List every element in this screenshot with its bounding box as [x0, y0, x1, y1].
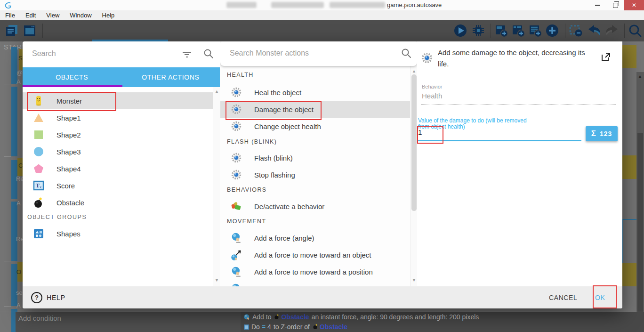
- delete-event-icon[interactable]: [569, 24, 583, 38]
- behavior-field-value[interactable]: Health: [422, 92, 442, 100]
- circle-icon: [33, 146, 44, 157]
- force-icon: [231, 283, 242, 286]
- restore-icon: [613, 3, 618, 8]
- scrollbar-thumb[interactable]: [637, 133, 643, 332]
- object-row-shape1[interactable]: Shape1: [23, 109, 213, 126]
- menu-edit[interactable]: Edit: [20, 12, 41, 19]
- close-button[interactable]: ✕: [624, 0, 644, 10]
- scroll-down-icon[interactable]: ▼: [411, 278, 417, 283]
- menu-view[interactable]: View: [41, 12, 64, 19]
- sigma-icon: Σ: [591, 129, 596, 138]
- tree-tick: [4, 261, 11, 261]
- event-color-bar: [11, 202, 17, 261]
- object-row-shapes-group[interactable]: Shapes: [23, 225, 213, 242]
- active-tab-underline: [23, 85, 122, 87]
- action-row-force-object[interactable]: Add a force to move toward an object: [220, 246, 411, 263]
- events-scrollbar[interactable]: ▲: [636, 72, 644, 332]
- action-row-stop-flashing[interactable]: Stop flashing: [220, 166, 411, 183]
- behavior-icon: [231, 201, 242, 212]
- bomb-icon: [313, 324, 318, 330]
- play-icon[interactable]: [453, 24, 467, 38]
- scroll-up-icon[interactable]: ▲: [411, 69, 417, 73]
- scroll-down-icon[interactable]: ▼: [213, 278, 220, 283]
- add-event-icon[interactable]: [494, 24, 508, 38]
- action-row-deactivate-behavior[interactable]: De/activate a behavior: [220, 198, 411, 215]
- events-list-icon[interactable]: [5, 24, 19, 38]
- action-line[interactable]: Add to Obstacle an instant force, angle:…: [243, 313, 479, 321]
- menubar: File Edit View Window Help: [0, 10, 644, 21]
- action-row-partial[interactable]: [220, 280, 411, 286]
- action-list-scrollbar[interactable]: ▲ ▼: [410, 66, 417, 286]
- bomb-icon: [33, 197, 44, 208]
- undo-icon[interactable]: [587, 24, 602, 38]
- action-parameters-panel: Add some damage to the object, decreasin…: [417, 41, 622, 286]
- actions-cell[interactable]: Add to Obstacle an instant force, angle:…: [241, 312, 644, 332]
- toolbar: [0, 20, 644, 41]
- event-text-fragment: C: [18, 162, 23, 169]
- tree-tick: [4, 199, 11, 199]
- object-list-scrollbar[interactable]: ▲ ▼: [213, 87, 220, 286]
- event-text-fragment: O: [16, 268, 21, 275]
- menu-help[interactable]: Help: [97, 12, 120, 19]
- restore-button[interactable]: [607, 0, 623, 10]
- svg-text:x: x: [40, 185, 42, 189]
- object-search-input[interactable]: [31, 49, 174, 58]
- health-gear-icon: [231, 87, 242, 98]
- behavior-field-label: Behavior: [422, 84, 442, 89]
- add-subevent-icon[interactable]: [511, 24, 525, 38]
- gdevelop-logo-icon: [5, 1, 12, 9]
- menu-file[interactable]: File: [0, 12, 20, 19]
- svg-text:T: T: [36, 182, 40, 189]
- object-row-shape2[interactable]: Shape2: [23, 126, 213, 143]
- object-row-score[interactable]: T x Score: [23, 177, 213, 194]
- help-button[interactable]: ? HELP: [31, 286, 65, 308]
- annotation-box-ok-button: [593, 285, 617, 308]
- tab-objects[interactable]: OBJECTS: [23, 67, 121, 87]
- action-line[interactable]: Do = 4 to Z-order of Obstacle: [243, 323, 350, 331]
- pentagon-icon: [33, 163, 44, 174]
- action-row-change-health[interactable]: Change object health: [220, 118, 411, 135]
- highlighted-event-fragment: [622, 263, 636, 286]
- action-row-force-angle[interactable]: Add a force (angle): [220, 229, 411, 246]
- redo-icon[interactable]: [604, 24, 620, 38]
- event-text-fragment: A: [16, 200, 21, 207]
- window-titlebar: game.json.autosave ✕: [0, 0, 644, 11]
- action-search-card: [220, 41, 417, 66]
- object-row-shape4[interactable]: Shape4: [23, 160, 213, 177]
- search-icon[interactable]: [203, 49, 214, 59]
- section-header-flash: FLASH (BLINK): [227, 138, 277, 145]
- scrollbar-thumb[interactable]: [411, 74, 417, 211]
- square-icon: [33, 129, 44, 140]
- scroll-up-icon[interactable]: ▲: [213, 89, 220, 94]
- action-row-flash[interactable]: Flash (blink): [220, 149, 411, 166]
- search-icon[interactable]: [401, 48, 411, 58]
- add-comment-icon[interactable]: [528, 24, 542, 38]
- object-row-shape3[interactable]: Shape3: [23, 143, 213, 160]
- scene-editor-icon[interactable]: [23, 24, 37, 38]
- action-row-force-position[interactable]: Add a force to move toward a position: [220, 263, 411, 280]
- help-icon: ?: [31, 292, 42, 303]
- search-icon[interactable]: [628, 24, 642, 38]
- debug-icon[interactable]: [471, 24, 485, 38]
- add-condition-placeholder[interactable]: Add condition: [16, 312, 241, 322]
- object-row-obstacle[interactable]: Obstacle: [23, 194, 213, 211]
- add-circle-icon[interactable]: [545, 24, 559, 38]
- conditions-cell[interactable]: Add condition: [16, 312, 241, 332]
- dialog-footer: ? HELP CANCEL OK: [23, 286, 622, 308]
- action-search-input[interactable]: [229, 49, 386, 58]
- tab-other-actions[interactable]: OTHER ACTIONS: [121, 67, 220, 87]
- action-list-panel: HEALTH Heal the object Damage the object: [220, 41, 417, 286]
- event-color-bar: [11, 87, 17, 156]
- bomb-icon: [274, 314, 280, 320]
- scroll-up-icon[interactable]: ▲: [636, 74, 644, 79]
- action-row-heal[interactable]: Heal the object: [220, 84, 411, 101]
- minimize-button[interactable]: [589, 0, 605, 10]
- expression-editor-button[interactable]: Σ 123: [586, 126, 618, 141]
- object-group-icon: [33, 228, 44, 239]
- menu-window[interactable]: Window: [64, 12, 97, 19]
- open-in-new-icon[interactable]: [601, 52, 611, 62]
- redacted-title-segment: [330, 2, 385, 8]
- filter-icon[interactable]: [182, 50, 192, 59]
- action-editor-dialog: OBJECTS OTHER ACTIONS Monster Shape1: [23, 41, 622, 308]
- cancel-button[interactable]: CANCEL: [541, 286, 585, 308]
